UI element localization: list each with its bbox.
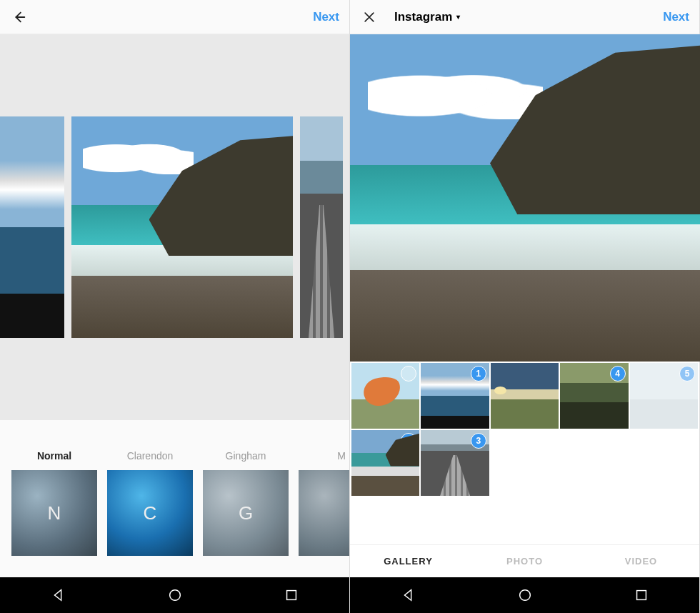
selection-badge: 3 (471, 433, 486, 449)
source-tabs: GALLERYPHOTOVIDEO (350, 544, 699, 577)
filter-thumb: N (11, 470, 97, 556)
gallery-thumb[interactable]: 2 (351, 430, 419, 496)
filter-label: Normal (11, 450, 97, 470)
nav-recent-icon[interactable] (284, 587, 299, 603)
filter-label: Clarendon (107, 450, 193, 470)
tab-video[interactable]: VIDEO (583, 556, 699, 567)
chevron-down-icon: ▾ (456, 13, 460, 21)
tab-gallery[interactable]: GALLERY (350, 556, 466, 567)
selection-badge: 5 (679, 366, 695, 382)
filter-strip[interactable]: NormalNClarendonCGinghamGM (0, 420, 349, 577)
filter-thumb (299, 470, 349, 556)
album-title: Instagram (394, 10, 452, 24)
tab-photo[interactable]: PHOTO (466, 556, 583, 567)
carousel-image[interactable] (0, 116, 64, 338)
next-button[interactable]: Next (663, 10, 689, 24)
gallery-grid: 14523 (350, 362, 699, 544)
picker-body: 14523 GALLERYPHOTOVIDEO (350, 34, 699, 577)
editor-body: NormalNClarendonCGinghamGM (0, 34, 349, 577)
svg-rect-3 (636, 591, 646, 600)
svg-rect-1 (286, 591, 296, 600)
selection-badge: 2 (401, 433, 416, 449)
selected-preview[interactable] (350, 34, 700, 362)
gallery-thumb[interactable] (491, 363, 559, 429)
svg-point-0 (169, 590, 180, 601)
header: Instagram ▾ Next (350, 0, 699, 34)
nav-back-icon[interactable] (401, 587, 416, 603)
selection-badge: 1 (471, 366, 486, 382)
image-carousel[interactable] (0, 34, 349, 420)
filter-label: M (299, 450, 349, 470)
close-icon[interactable] (360, 8, 379, 26)
gallery-thumb[interactable]: 5 (630, 363, 698, 429)
gallery-thumb[interactable] (351, 363, 419, 429)
phone-right-gallery-screen: Instagram ▾ Next 14523 GALLERYPHOTOVIDEO (350, 0, 700, 613)
filter-m[interactable]: M (299, 450, 349, 556)
gallery-thumb[interactable]: 1 (421, 363, 489, 429)
android-navbar (350, 577, 699, 613)
filter-gingham[interactable]: GinghamG (203, 450, 289, 556)
gallery-thumb[interactable]: 3 (421, 430, 489, 496)
nav-recent-icon[interactable] (634, 587, 649, 603)
carousel-image[interactable] (300, 116, 343, 338)
filter-label: Gingham (203, 450, 289, 470)
android-navbar (0, 577, 349, 613)
nav-back-icon[interactable] (51, 587, 66, 603)
filter-normal[interactable]: NormalN (11, 450, 97, 556)
nav-home-icon[interactable] (517, 587, 533, 603)
next-button[interactable]: Next (313, 10, 339, 24)
header: Next (0, 0, 349, 34)
filter-clarendon[interactable]: ClarendonC (107, 450, 193, 556)
svg-point-2 (519, 590, 530, 601)
phone-left-filter-screen: Next NormalNClarendonCGinghamGM (0, 0, 350, 613)
selection-badge-empty (401, 366, 416, 382)
back-icon[interactable] (10, 8, 29, 26)
gallery-thumb[interactable]: 4 (560, 363, 628, 429)
filter-thumb: C (107, 470, 193, 556)
filter-thumb: G (203, 470, 289, 556)
selection-badge: 4 (610, 366, 626, 382)
nav-home-icon[interactable] (167, 587, 183, 603)
carousel-image[interactable] (71, 116, 293, 338)
album-dropdown[interactable]: Instagram ▾ (379, 10, 663, 24)
